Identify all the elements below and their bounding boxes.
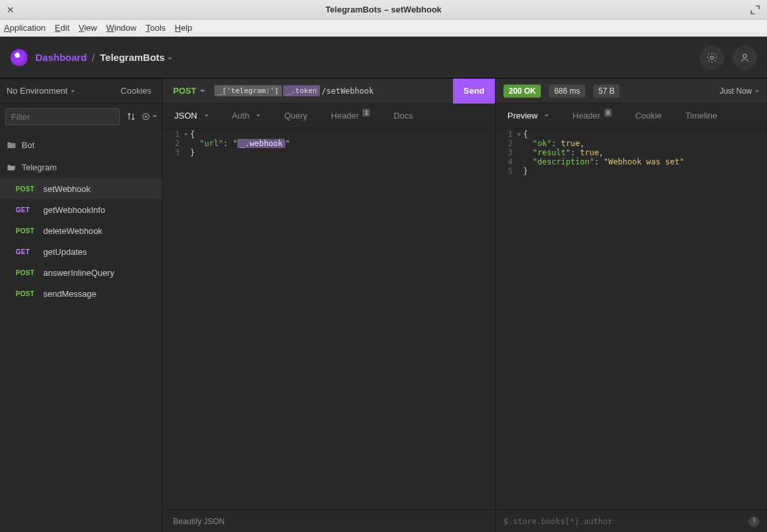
tab-docs[interactable]: Docs [382,104,425,128]
sidebar-filter-row [0,104,162,130]
sort-icon[interactable] [124,109,138,124]
tab-preview[interactable]: Preview [496,104,560,128]
breadcrumb-dashboard[interactable]: Dashboard [35,52,87,63]
resp-header-count-badge: 8 [604,109,612,117]
request-name: sendMessage [43,289,96,299]
header-count-badge: 1 [363,109,370,117]
request-footer: Beautify JSON [163,510,495,532]
add-request-button[interactable] [142,109,157,124]
cookies-link[interactable]: Cookies [121,86,155,96]
response-panel: 200 OK 686 ms 57 B Just Now Preview Head… [496,79,767,532]
maximize-icon[interactable] [750,5,760,15]
request-item-deletewebhook[interactable]: POST deleteWebhook [0,220,162,241]
user-icon [739,52,751,64]
menu-view[interactable]: View [79,23,97,33]
menu-tools[interactable]: Tools [146,23,165,33]
window-titlebar: ✕ TelegramBots – setWebhook [0,0,767,20]
main-area: No Environment Cookies Bot Telegram POST [0,79,767,532]
breadcrumb-separator: / [92,52,94,63]
tab-cookie[interactable]: Cookie [623,104,673,128]
svg-point-0 [711,56,714,59]
jsonpath-input-row: $.store.books[*].author ? [496,510,767,532]
menu-edit[interactable]: Edit [55,23,69,33]
method-badge: GET [16,248,37,256]
tab-resp-header[interactable]: Header8 [560,104,623,128]
response-tabs: Preview Header8 Cookie Timeline [496,104,767,128]
app-logo-icon [10,49,28,66]
tab-timeline[interactable]: Timeline [673,104,729,128]
response-status-bar: 200 OK 686 ms 57 B Just Now [496,79,767,104]
method-badge: POST [16,185,37,193]
url-var-telegram: _['telegram:'] [214,85,282,96]
request-item-getupdates[interactable]: GET getUpdates [0,241,162,262]
settings-button[interactable] [700,46,724,69]
menu-application[interactable]: Application [4,23,46,33]
beautify-json-link[interactable]: Beautify JSON [173,517,225,526]
history-dropdown[interactable]: Just Now [720,86,759,96]
time-badge: 686 ms [549,85,585,98]
svg-point-1 [743,54,746,57]
request-item-sendmessage[interactable]: POST sendMessage [0,283,162,304]
method-badge: POST [16,227,37,235]
request-name: deleteWebhook [43,226,102,236]
url-path: /setWebhook [321,86,373,96]
folder-label: Telegram [22,162,56,172]
request-name: setWebhook [43,184,90,194]
sidebar: No Environment Cookies Bot Telegram POST [0,79,163,532]
tab-body[interactable]: JSON [163,104,220,128]
size-badge: 57 B [593,85,620,98]
send-button[interactable]: Send [453,79,495,104]
menu-help[interactable]: Help [175,23,193,33]
method-badge: GET [16,206,37,214]
method-badge: POST [16,269,37,276]
request-panel: POST _['telegram:'] _.token /setWebhook … [163,79,496,532]
method-selector[interactable]: POST [173,86,205,96]
request-item-setwebhook[interactable]: POST setWebhook [0,178,162,199]
environment-selector[interactable]: No Environment [7,86,121,96]
response-body-viewer[interactable]: 1▾{ 2 "ok": true, 3 "result": true, 4 "d… [496,128,767,510]
request-name: getWebhookInfo [43,205,105,215]
request-name: answerInlineQuery [43,268,114,278]
account-button[interactable] [733,46,757,69]
gear-icon [706,52,718,64]
jsonpath-placeholder[interactable]: $.store.books[*].author [503,517,612,526]
tab-query[interactable]: Query [272,104,319,128]
status-badge: 200 OK [503,85,541,98]
window-title: TelegramBots – setWebhook [0,5,767,14]
folder-open-icon [7,162,16,172]
folder-label: Bot [22,140,35,150]
request-tree: Bot Telegram POST setWebhook GET getWebh… [0,130,162,304]
tab-auth[interactable]: Auth [220,104,273,128]
tab-header[interactable]: Header1 [319,104,382,128]
breadcrumb-project[interactable]: TelegramBots [100,52,172,63]
method-badge: POST [16,290,37,297]
url-bar: POST _['telegram:'] _.token /setWebhook … [163,79,495,104]
menubar: Application Edit View Window Tools Help [0,20,767,37]
folder-icon [7,140,16,150]
url-input[interactable]: _['telegram:'] _.token /setWebhook [214,85,444,96]
sidebar-top: No Environment Cookies [0,79,162,104]
request-item-answerinlinequery[interactable]: POST answerInlineQuery [0,262,162,283]
breadcrumb: Dashboard / TelegramBots [35,52,172,63]
request-item-getwebhookinfo[interactable]: GET getWebhookInfo [0,199,162,220]
request-name: getUpdates [43,247,87,257]
folder-bot[interactable]: Bot [0,134,162,156]
request-tabs: JSON Auth Query Header1 Docs [163,104,495,128]
help-icon[interactable]: ? [749,516,759,527]
filter-input[interactable] [5,108,120,125]
url-var-token: _.token [283,85,320,96]
menu-window[interactable]: Window [106,23,136,33]
request-body-editor[interactable]: 1▾{ 2 "url": "_.webhook" 3 } [163,128,495,510]
app-header: Dashboard / TelegramBots [0,37,767,79]
folder-telegram[interactable]: Telegram [0,156,162,178]
